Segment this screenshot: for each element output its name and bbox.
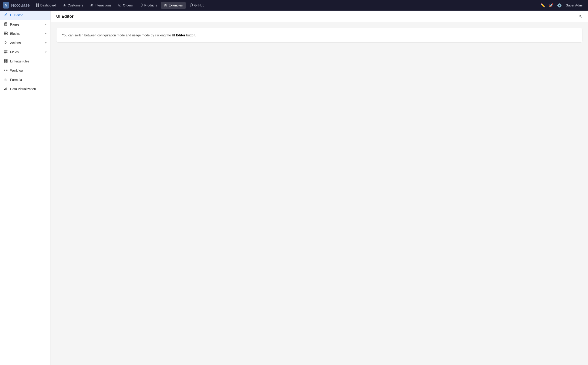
blocks-chevron-icon: ∨ [45,32,47,35]
sidebar-item-fields[interactable]: Fields ∨ [0,48,50,57]
logo-text-bold: Noco [11,3,21,8]
user-label[interactable]: Super Admin [564,3,586,7]
nav-item-customers[interactable]: Customers [60,2,86,9]
interactions-nav-icon [90,3,93,7]
nav-item-github[interactable]: GitHub [186,2,208,9]
settings-icon-btn[interactable]: ⚙️ [556,2,563,9]
nav-label-github: GitHub [194,3,205,7]
nav-label-examples: Examples [169,3,183,7]
sidebar-label-linkage-rules: Linkage rules [10,59,47,63]
sidebar-item-blocks[interactable]: Blocks ∨ [0,29,50,38]
svg-point-6 [92,4,93,5]
nav-item-orders[interactable]: Orders [115,2,136,9]
svg-point-5 [91,4,92,5]
svg-rect-24 [5,88,6,90]
info-text-after: button. [185,33,196,37]
sidebar-item-actions[interactable]: Actions ∨ [0,38,50,48]
svg-rect-11 [4,33,6,35]
sidebar-item-workflow[interactable]: Workflow [0,66,50,75]
svg-rect-19 [6,61,7,63]
svg-rect-3 [38,5,39,7]
nav-items: DashboardCustomersInteractionsOrdersProd… [33,2,539,9]
nav-label-customers: Customers [68,3,83,7]
nav-right: ✏️ 🚀 ⚙️ Super Admin [539,2,586,9]
svg-rect-15 [4,53,6,53]
customers-nav-icon [63,3,66,7]
blocks-sidebar-icon [4,32,8,36]
nav-item-examples[interactable]: Examples [161,2,186,9]
sidebar-item-pages[interactable]: Pages ∨ [0,20,50,29]
sidebar-item-data-visualization[interactable]: Data Visualization [0,84,50,94]
cursor-icon: ↖ [579,14,582,19]
logo-text-light: Base [21,3,30,8]
svg-text:fx: fx [4,78,7,81]
pen-icon-btn[interactable]: ✏️ [539,2,546,9]
data-visualization-sidebar-icon [4,87,8,91]
content-body: You can switch between configuration mod… [51,22,588,365]
nav-item-interactions[interactable]: Interactions [87,2,114,9]
sidebar-label-data-visualization: Data Visualization [10,87,47,91]
info-text-bold: UI Editor [172,33,185,37]
sidebar-label-workflow: Workflow [10,69,47,72]
svg-rect-12 [6,33,7,35]
svg-rect-7 [119,4,121,6]
svg-rect-9 [4,32,6,33]
linkage-rules-sidebar-icon [4,59,8,63]
svg-rect-2 [36,5,37,7]
nav-label-interactions: Interactions [95,3,111,7]
svg-rect-17 [6,59,7,61]
nav-item-products[interactable]: Products [136,2,160,9]
orders-nav-icon [118,3,121,7]
svg-rect-16 [4,59,5,61]
logo[interactable]: N NocoBase [2,2,33,8]
rocket-icon-btn[interactable]: 🚀 [547,2,555,9]
svg-rect-1 [38,3,39,5]
sidebar-item-linkage-rules[interactable]: Linkage rules [0,57,50,66]
info-text-before: You can switch between configuration mod… [62,33,172,37]
svg-rect-18 [4,61,5,63]
pages-chevron-icon: ∨ [45,23,47,26]
products-nav-icon [140,3,143,7]
fields-sidebar-icon [4,50,8,54]
examples-nav-icon [164,3,167,7]
svg-rect-14 [4,52,7,53]
nav-item-dashboard[interactable]: Dashboard [33,2,59,9]
sidebar-label-formula: Formula [10,78,47,82]
svg-rect-23 [4,89,5,90]
sidebar-label-actions: Actions [10,41,43,45]
workflow-sidebar-icon [4,69,8,73]
nav-label-products: Products [144,3,157,7]
nav-label-dashboard: Dashboard [40,3,56,7]
logo-icon: N [3,2,9,8]
github-nav-icon [190,3,193,7]
fields-chevron-icon: ∨ [45,51,47,54]
svg-rect-0 [36,3,37,5]
actions-sidebar-icon [4,41,8,45]
sidebar-label-pages: Pages [10,23,43,26]
sidebar-item-formula[interactable]: fx Formula [0,75,50,84]
svg-rect-13 [4,51,7,51]
svg-point-20 [4,70,5,71]
svg-point-4 [64,4,65,5]
formula-sidebar-icon: fx [4,78,8,82]
sidebar-label-ui-editor: UI Editor [10,13,47,17]
svg-rect-25 [7,88,7,90]
actions-chevron-icon: ∨ [45,42,47,44]
sidebar-item-ui-editor[interactable]: UI Editor [0,11,50,20]
svg-rect-10 [6,32,7,33]
pages-sidebar-icon [4,22,8,27]
nav-label-orders: Orders [123,3,133,7]
content-header: UI Editor ↖ [51,11,588,22]
topnav: N NocoBase DashboardCustomersInteraction… [0,0,588,11]
page-title: UI Editor [56,14,73,19]
ui-editor-sidebar-icon [4,13,8,17]
main-layout: UI Editor Pages ∨ Blocks ∨ Actions ∨ Fie… [0,11,588,365]
content-area: UI Editor ↖ You can switch between confi… [51,11,588,365]
sidebar-label-fields: Fields [10,50,43,54]
dashboard-nav-icon [36,3,39,7]
logo-text: NocoBase [11,3,30,8]
sidebar: UI Editor Pages ∨ Blocks ∨ Actions ∨ Fie… [0,11,51,365]
sidebar-label-blocks: Blocks [10,32,43,35]
info-card: You can switch between configuration mod… [56,28,582,43]
